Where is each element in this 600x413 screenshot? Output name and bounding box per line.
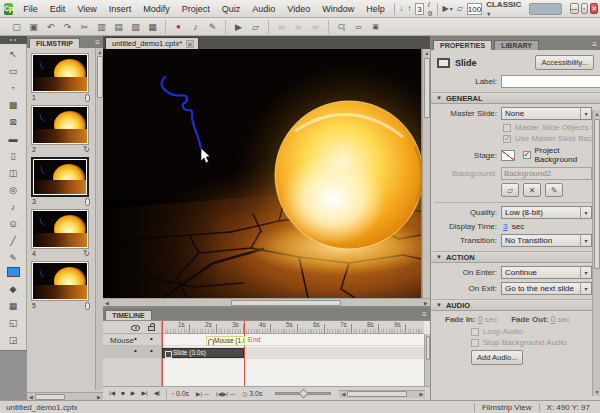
line-tool-icon[interactable]: ╱: [3, 232, 24, 248]
properties-vscrollbar[interactable]: ▲ ▼: [592, 110, 600, 396]
duplicate-icon[interactable]: ▧: [128, 20, 143, 34]
timeline-zoom-slider[interactable]: [275, 392, 331, 395]
panel-layout-icon[interactable]: ▭: [351, 20, 366, 34]
lightbulb-image[interactable]: [275, 101, 421, 249]
section-action[interactable]: ▼ ACTION: [431, 251, 600, 263]
save-icon[interactable]: ▣: [26, 20, 41, 34]
menu-item[interactable]: Help: [360, 2, 391, 16]
menu-item[interactable]: File: [17, 2, 44, 16]
scrollbar-thumb[interactable]: [231, 300, 341, 306]
grid-tool-icon[interactable]: ▦: [3, 297, 24, 313]
polygon-tool-icon[interactable]: ◆: [3, 280, 24, 296]
restore-button[interactable]: ▫: [581, 3, 589, 14]
undo-icon[interactable]: ↶: [43, 20, 58, 34]
panel-grip[interactable]: [0, 36, 27, 44]
scroll-left-icon[interactable]: ◀: [103, 299, 111, 307]
stage-canvas[interactable]: [103, 49, 421, 298]
timeline-track-area[interactable]: 1s2s3s4s5s6s7s8s9s Mouse (1.6 ... End Sl…: [162, 321, 424, 386]
text-entry-tool-icon[interactable]: ▯: [3, 147, 24, 163]
scrollbar-thumb[interactable]: [347, 391, 407, 397]
audio-button[interactable]: ◀): [151, 387, 164, 400]
visibility-dot[interactable]: •: [134, 334, 137, 343]
slide-thumbnail[interactable]: [31, 209, 89, 249]
timeline-row-slide-header[interactable]: • •: [103, 346, 161, 358]
audio-tool-icon[interactable]: ♪: [3, 198, 24, 214]
menu-item[interactable]: Video: [281, 2, 316, 16]
filmstrip-hscrollbar[interactable]: ◀ ▶: [27, 392, 103, 400]
tab-timeline[interactable]: TIMELINE: [105, 310, 152, 320]
publish-icon[interactable]: ▱: [248, 20, 263, 34]
lock-dot[interactable]: •: [150, 334, 153, 343]
menu-item[interactable]: Edit: [44, 2, 72, 16]
paste-icon[interactable]: ▤: [111, 20, 126, 34]
menu-item[interactable]: Window: [316, 2, 360, 16]
slide-thumbnail[interactable]: [31, 157, 89, 197]
filmstrip-slide[interactable]: 4: [31, 209, 93, 258]
section-audio[interactable]: ▼ AUDIO: [431, 299, 600, 311]
next-slide-icon[interactable]: ↑: [405, 4, 413, 13]
lock-dot[interactable]: •: [150, 346, 153, 355]
closed-caption-icon[interactable]: C[: [334, 20, 349, 34]
menu-item[interactable]: Project: [176, 2, 216, 16]
copy-icon[interactable]: ▥: [94, 20, 109, 34]
canvas-vscrollbar[interactable]: ▲: [422, 49, 430, 298]
search-input[interactable]: [529, 3, 561, 15]
timeline-row-mouse-header[interactable]: Mouse • •: [103, 334, 161, 346]
display-time-value[interactable]: 3: [503, 222, 507, 231]
mouse-tool-icon[interactable]: ⊙: [3, 215, 24, 231]
filmstrip-slide[interactable]: 2: [31, 105, 93, 154]
rollover-slidelet-tool-icon[interactable]: ◫: [3, 164, 24, 180]
zoom-area-tool-icon[interactable]: ◎: [3, 181, 24, 197]
fade-out-value[interactable]: 0: [550, 314, 555, 324]
scroll-up-icon[interactable]: ▲: [593, 110, 600, 118]
label-input[interactable]: [501, 75, 600, 88]
rollover-caption-tool-icon[interactable]: ▫: [3, 79, 24, 95]
document-tab[interactable]: untitled_demo1.cptx* ✕: [105, 37, 199, 49]
redo-icon[interactable]: ↷: [60, 20, 75, 34]
mouse-track-row[interactable]: [162, 334, 424, 346]
click-box-tool-icon[interactable]: ⊠: [3, 113, 24, 129]
scrollbar-thumb[interactable]: [35, 394, 65, 400]
delete-icon[interactable]: ▦: [145, 20, 160, 34]
tab-library[interactable]: LIBRARY: [494, 40, 539, 50]
visibility-icon[interactable]: [131, 325, 140, 331]
publish-icon[interactable]: ▱: [455, 4, 465, 13]
scrollbar-thumb[interactable]: [594, 119, 600, 269]
timeline-ruler[interactable]: 1s2s3s4s5s6s7s8s9s: [162, 321, 424, 334]
use-master-bg-checkbox[interactable]: [503, 135, 511, 143]
select-tool-icon[interactable]: ↖: [3, 45, 24, 61]
filmstrip-slide[interactable]: 1: [31, 53, 93, 102]
loop-audio-checkbox[interactable]: [471, 328, 479, 336]
fill-color-swatch[interactable]: [7, 267, 20, 277]
transition-dropdown[interactable]: No Transition ▾: [501, 234, 592, 247]
timeline-mouse-bar[interactable]: Mouse (1.6 ...: [206, 336, 245, 346]
panel-grid-icon[interactable]: ▣: [368, 20, 383, 34]
widget-tool-icon[interactable]: ◱: [3, 314, 24, 330]
slide-thumbnail[interactable]: [31, 53, 89, 93]
minimize-button[interactable]: —: [570, 3, 579, 14]
quality-dropdown[interactable]: Low (8-bit) ▾: [501, 206, 592, 219]
delete-background-button[interactable]: ✕: [523, 183, 541, 197]
menu-item[interactable]: Modify: [137, 2, 176, 16]
preview-menu-icon[interactable]: ▶▾: [441, 4, 455, 13]
edit-background-button[interactable]: ✎: [545, 183, 563, 197]
cut-icon[interactable]: ✂: [77, 20, 92, 34]
on-enter-dropdown[interactable]: Continue ▾: [501, 266, 592, 279]
go-start-button[interactable]: |◀: [106, 387, 118, 400]
stop-button[interactable]: ■: [118, 387, 128, 400]
scroll-right-icon[interactable]: ▶: [422, 299, 430, 307]
menu-item[interactable]: Insert: [103, 2, 138, 16]
zoom-input[interactable]: 100: [467, 3, 482, 15]
stage-color-swatch[interactable]: [501, 150, 515, 161]
slide-thumbnail[interactable]: [31, 261, 89, 301]
button-tool-icon[interactable]: ▬: [3, 130, 24, 146]
master-slide-dropdown[interactable]: None ▾: [501, 107, 592, 120]
tab-filmstrip[interactable]: FILMSTRIP: [29, 38, 80, 48]
menu-item[interactable]: View: [71, 2, 102, 16]
slide-number-input[interactable]: 3: [415, 3, 423, 15]
tab-properties[interactable]: PROPERTIES: [433, 40, 492, 50]
browse-background-button[interactable]: ▱: [501, 183, 519, 197]
lock-icon[interactable]: [148, 326, 155, 331]
menu-item[interactable]: Audio: [246, 2, 281, 16]
fade-in-value[interactable]: 0: [478, 314, 483, 324]
